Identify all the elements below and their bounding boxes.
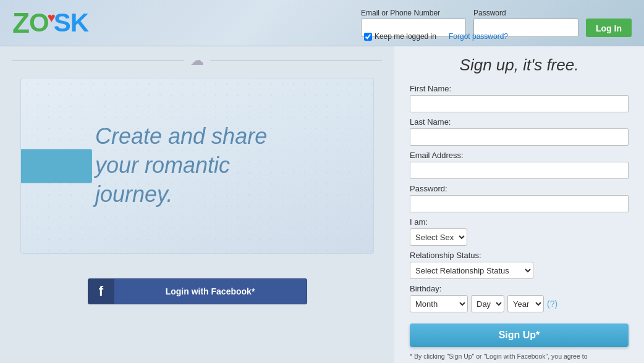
promo-text: Create and share your romantic journey. — [95, 122, 267, 209]
cloud-icon: ☁ — [190, 52, 204, 69]
header-bottom: Keep me logged in Forgot password? — [364, 32, 508, 41]
email-group: Email Address: — [410, 151, 629, 179]
promo-line2: your romantic — [95, 152, 230, 178]
logo-z: Z — [12, 6, 29, 40]
password-label: Password — [473, 9, 578, 17]
email-address-input[interactable] — [410, 162, 629, 179]
year-select[interactable]: Year 2000 1990 — [507, 295, 544, 312]
first-name-label: First Name: — [410, 84, 629, 93]
logo: Z O ♥ SK — [12, 6, 88, 40]
relationship-group: Relationship Status: Select Relationship… — [410, 251, 629, 279]
login-button[interactable]: Log In — [586, 19, 632, 37]
forgot-password-link[interactable]: Forgot password? — [449, 32, 508, 41]
birthday-row: Month January February March April May J… — [410, 295, 629, 312]
terms-line1: * By clicking "Sign Up" or "Login with F… — [410, 353, 587, 360]
facebook-btn-container: f Login with Facebook* — [88, 278, 307, 304]
divider-row: ☁ — [0, 46, 394, 75]
sex-select[interactable]: Select Sex Male Female — [410, 228, 467, 246]
signup-password-group: Password: — [410, 184, 629, 212]
email-label: Email or Phone Number — [361, 9, 466, 17]
promo-line3: journey. — [95, 182, 172, 207]
last-name-group: Last Name: — [410, 117, 629, 146]
main-content: ☁ Create and share your romantic journey… — [0, 46, 644, 363]
month-select[interactable]: Month January February March April May J… — [410, 295, 468, 312]
right-panel: Sign up, it's free. First Name: Last Nam… — [394, 46, 644, 363]
last-name-input[interactable] — [410, 128, 629, 146]
email-address-label: Email Address: — [410, 151, 629, 160]
iam-label: I am: — [410, 217, 629, 227]
divider-line-left — [12, 60, 184, 61]
keep-logged-label[interactable]: Keep me logged in — [364, 32, 436, 41]
first-name-input[interactable] — [410, 95, 629, 112]
facebook-button-text: Login with Facebook* — [114, 286, 307, 296]
last-name-label: Last Name: — [410, 117, 629, 127]
birthday-help-icon[interactable]: (?) — [547, 299, 557, 309]
left-panel: ☁ Create and share your romantic journey… — [0, 46, 394, 363]
birthday-label: Birthday: — [410, 284, 629, 293]
header: Z O ♥ SK Email or Phone Number Password … — [0, 0, 644, 46]
sex-group: I am: Select Sex Male Female — [410, 217, 629, 246]
keep-logged-text: Keep me logged in — [375, 32, 436, 41]
promo-box: Create and share your romantic journey. — [20, 78, 374, 254]
first-name-group: First Name: — [410, 84, 629, 112]
logo-sk: SK — [54, 8, 88, 38]
signup-password-input[interactable] — [410, 195, 629, 212]
facebook-icon: f — [88, 278, 114, 304]
relationship-select[interactable]: Select Relationship Status Single In a r… — [410, 262, 533, 279]
divider-line-right — [210, 60, 382, 61]
birthday-group: Birthday: Month January February March A… — [410, 284, 629, 312]
blue-stripe — [21, 149, 92, 183]
keep-logged-checkbox[interactable] — [364, 33, 372, 41]
signup-password-label: Password: — [410, 184, 629, 193]
facebook-login-button[interactable]: f Login with Facebook* — [88, 278, 307, 304]
signup-title: Sign up, it's free. — [410, 56, 629, 75]
promo-line1: Create and share — [95, 123, 267, 149]
logo-heart-icon: ♥ — [48, 10, 55, 26]
signup-button[interactable]: Sign Up* — [410, 323, 629, 347]
day-select[interactable]: Day 1 2 — [471, 295, 504, 312]
terms-text: * By clicking "Sign Up" or "Login with F… — [410, 352, 629, 363]
logo-o: O — [29, 8, 49, 38]
logo-text: Z O ♥ SK — [12, 6, 88, 40]
relationship-label: Relationship Status: — [410, 251, 629, 260]
